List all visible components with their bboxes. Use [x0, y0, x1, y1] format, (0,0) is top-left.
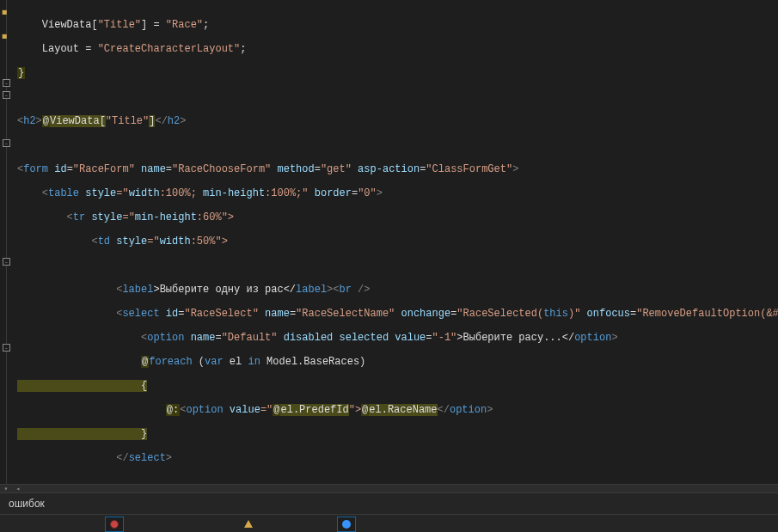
fold-gutter[interactable]: ◼ ◼ - - - - -	[0, 0, 12, 484]
fold-toggle[interactable]: -	[3, 79, 10, 87]
error-icon	[110, 520, 119, 529]
horizontal-scrollbar[interactable]: ▾ ◂	[0, 484, 778, 492]
fold-toggle[interactable]: -	[3, 344, 10, 352]
info-icon	[342, 520, 351, 529]
scroll-left-icon[interactable]: ▾	[0, 485, 12, 493]
fold-toggle[interactable]: -	[3, 139, 10, 147]
warnings-filter-button[interactable]	[239, 517, 258, 532]
errors-filter-button[interactable]	[105, 517, 124, 532]
code-editor[interactable]: ◼ ◼ - - - - - ViewData["Title"] = "Race"…	[0, 0, 778, 484]
messages-filter-button[interactable]	[337, 517, 356, 532]
panel-toolbar	[0, 514, 778, 532]
warning-icon	[244, 520, 253, 528]
fold-toggle[interactable]: -	[3, 258, 10, 266]
bookmark-icon[interactable]: ◼	[2, 31, 11, 41]
bookmark-icon[interactable]: ◼	[2, 7, 11, 17]
fold-toggle[interactable]: -	[3, 91, 10, 99]
scroll-left-icon[interactable]: ◂	[12, 485, 24, 493]
panel-title: ошибок	[0, 493, 778, 514]
error-list-panel: ошибок	[0, 492, 778, 532]
code-content[interactable]: ViewData["Title"] = "Race"; Layout = "Cr…	[12, 0, 778, 484]
